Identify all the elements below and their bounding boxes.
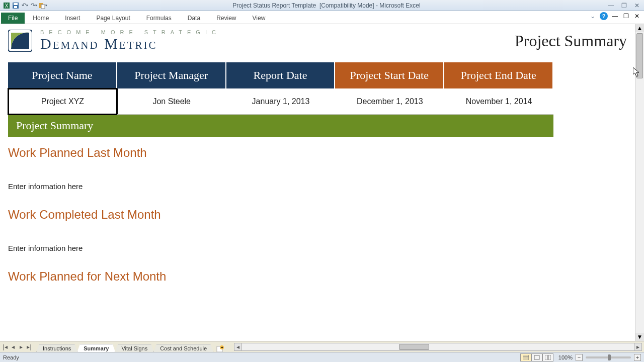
close-button[interactable]: ✕ xyxy=(632,2,642,10)
tab-home[interactable]: Home xyxy=(25,13,57,24)
col-header-report-date: Report Date xyxy=(226,62,336,88)
titlebar: X ↶▾ ↷▾ ▾ Project Status Report Template… xyxy=(0,0,644,11)
ribbon-collapse-icon[interactable]: ⌄ xyxy=(589,12,597,20)
tab-view[interactable]: View xyxy=(245,13,274,24)
svg-rect-4 xyxy=(14,6,17,8)
save-icon[interactable] xyxy=(11,1,20,10)
project-info-table: Project Name Project XYZ Project Manager… xyxy=(8,62,553,115)
svg-rect-6 xyxy=(41,5,45,9)
cell-project-name[interactable]: Project XYZ xyxy=(8,88,117,115)
tab-nav-last[interactable]: ▸| xyxy=(25,343,33,351)
tab-data[interactable]: Data xyxy=(180,13,208,24)
page-title: Project Summary xyxy=(515,32,627,50)
brand-logo xyxy=(8,30,32,52)
doc-restore-button[interactable]: ❐ xyxy=(622,12,630,20)
section-bar-summary: Project Summary xyxy=(8,115,553,137)
tab-nav-next[interactable]: ▸ xyxy=(17,343,25,351)
col-header-project-name: Project Name xyxy=(8,62,117,88)
hscroll-left-button[interactable]: ◂ xyxy=(234,343,242,351)
cell-report-date[interactable]: January 1, 2013 xyxy=(226,88,336,115)
tab-nav-prev[interactable]: ◂ xyxy=(9,343,17,351)
col-header-start-date: Project Start Date xyxy=(335,62,444,88)
vertical-scrollbar[interactable]: ▲ ▼ xyxy=(635,24,644,341)
section-body-planned-last[interactable]: Enter information here xyxy=(8,182,627,191)
undo-icon[interactable]: ↶▾ xyxy=(20,1,29,10)
section-title-completed-last: Work Completed Last Month xyxy=(8,208,627,222)
col-header-end-date: Project End Date xyxy=(444,62,553,88)
hscroll-thumb[interactable] xyxy=(399,344,429,350)
status-ready: Ready xyxy=(3,354,520,360)
zoom-level[interactable]: 100% xyxy=(558,354,573,360)
vscroll-track[interactable] xyxy=(635,32,644,333)
scroll-up-button[interactable]: ▲ xyxy=(635,24,644,32)
restore-button[interactable]: ❐ xyxy=(619,2,629,10)
sheet-tab-summary[interactable]: Summary xyxy=(77,344,115,352)
hscroll-track[interactable] xyxy=(242,343,634,351)
tab-nav-first[interactable]: |◂ xyxy=(1,343,9,351)
sheet-tab-cost-schedule[interactable]: Cost and Schedule xyxy=(153,344,213,352)
scroll-down-button[interactable]: ▼ xyxy=(635,333,644,341)
section-title-planned-next: Work Planned for Next Month xyxy=(8,269,627,284)
zoom-out-button[interactable]: − xyxy=(576,354,583,361)
cell-project-manager[interactable]: Jon Steele xyxy=(117,88,226,115)
sheet-tab-instructions[interactable]: Instructions xyxy=(36,344,77,352)
zoom-slider[interactable] xyxy=(586,356,631,358)
section-title-planned-last: Work Planned Last Month xyxy=(8,146,627,160)
zoom-knob[interactable] xyxy=(608,354,611,360)
brand-tagline: Become More Strategic xyxy=(40,29,221,35)
help-icon[interactable]: ? xyxy=(600,12,608,20)
hscroll-right-button[interactable]: ▸ xyxy=(634,343,642,351)
col-header-project-manager: Project Manager xyxy=(117,62,226,88)
view-layout-button[interactable] xyxy=(531,353,542,361)
zoom-in-button[interactable]: + xyxy=(634,354,641,361)
paste-icon[interactable]: ▾ xyxy=(38,1,47,10)
tab-review[interactable]: Review xyxy=(208,13,244,24)
sheet-tab-bar: |◂ ◂ ▸ ▸| Instructions Summary Vital Sig… xyxy=(0,341,644,352)
window-title: Project Status Report Template [Compatib… xyxy=(47,2,606,9)
svg-rect-11 xyxy=(523,355,529,360)
redo-icon[interactable]: ↷▾ xyxy=(29,1,38,10)
doc-close-button[interactable]: ✕ xyxy=(633,12,641,20)
vscroll-thumb[interactable] xyxy=(636,33,643,78)
view-normal-button[interactable] xyxy=(520,353,531,361)
ribbon: File Home Insert Page Layout Formulas Da… xyxy=(0,11,644,24)
tab-formulas[interactable]: Formulas xyxy=(138,13,180,24)
sheet-tab-vital-signs[interactable]: Vital Signs xyxy=(115,344,154,352)
tab-insert[interactable]: Insert xyxy=(57,13,88,24)
file-tab[interactable]: File xyxy=(1,13,25,24)
svg-rect-15 xyxy=(545,355,547,360)
excel-icon: X xyxy=(2,1,11,10)
minimize-button[interactable]: — xyxy=(606,2,616,10)
new-sheet-button[interactable]: ✦ xyxy=(213,345,228,352)
svg-rect-3 xyxy=(14,3,18,5)
cell-end-date[interactable]: November 1, 2014 xyxy=(444,88,553,115)
svg-text:X: X xyxy=(5,3,9,9)
section-body-completed-last[interactable]: Enter information here xyxy=(8,244,627,252)
svg-rect-14 xyxy=(534,355,539,359)
svg-text:✦: ✦ xyxy=(220,345,224,350)
worksheet-viewport[interactable]: Become More Strategic Demand Metric Proj… xyxy=(0,24,635,341)
statusbar: Ready 100% − + xyxy=(0,352,644,362)
cell-start-date[interactable]: December 1, 2013 xyxy=(335,88,444,115)
brand-name: Demand Metric xyxy=(40,35,221,52)
tab-page-layout[interactable]: Page Layout xyxy=(88,13,138,24)
svg-rect-16 xyxy=(548,355,551,360)
doc-minimize-button[interactable]: — xyxy=(611,12,619,20)
view-pagebreak-button[interactable] xyxy=(542,353,553,361)
